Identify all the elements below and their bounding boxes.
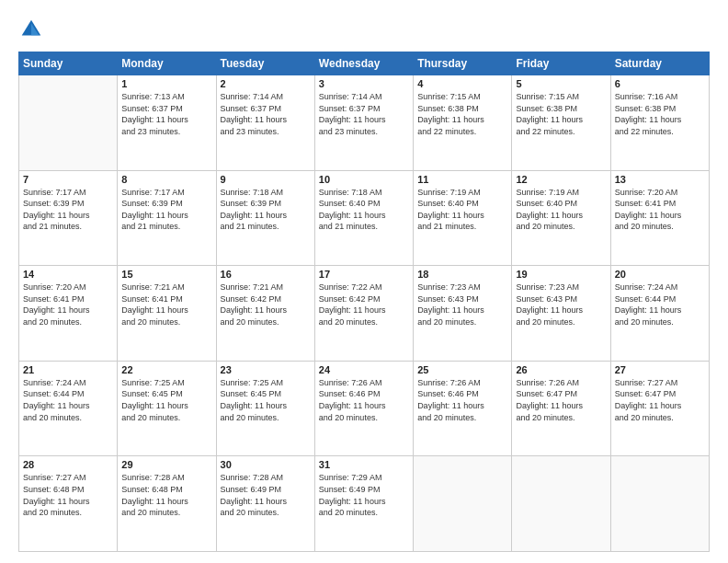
calendar-cell: 29Sunrise: 7:28 AM Sunset: 6:48 PM Dayli… xyxy=(118,456,216,552)
day-number: 14 xyxy=(23,269,113,280)
calendar-cell: 14Sunrise: 7:20 AM Sunset: 6:41 PM Dayli… xyxy=(19,266,118,362)
calendar-cell xyxy=(414,456,512,552)
week-row-1: 1Sunrise: 7:13 AM Sunset: 6:37 PM Daylig… xyxy=(19,75,710,171)
calendar-cell xyxy=(512,456,610,552)
day-info: Sunrise: 7:17 AM Sunset: 6:39 PM Dayligh… xyxy=(121,187,211,233)
calendar-cell: 18Sunrise: 7:23 AM Sunset: 6:43 PM Dayli… xyxy=(414,266,512,362)
day-number: 19 xyxy=(516,269,606,280)
day-number: 11 xyxy=(417,174,507,185)
day-info: Sunrise: 7:28 AM Sunset: 6:49 PM Dayligh… xyxy=(221,472,311,518)
calendar-cell: 23Sunrise: 7:25 AM Sunset: 6:45 PM Dayli… xyxy=(216,361,314,456)
col-header-monday: Monday xyxy=(118,52,216,75)
day-number: 6 xyxy=(615,78,705,89)
week-row-2: 7Sunrise: 7:17 AM Sunset: 6:39 PM Daylig… xyxy=(19,170,710,266)
calendar-cell: 7Sunrise: 7:17 AM Sunset: 6:39 PM Daylig… xyxy=(19,170,118,266)
day-info: Sunrise: 7:22 AM Sunset: 6:42 PM Dayligh… xyxy=(319,282,409,327)
day-info: Sunrise: 7:15 AM Sunset: 6:38 PM Dayligh… xyxy=(516,91,606,137)
day-info: Sunrise: 7:19 AM Sunset: 6:40 PM Dayligh… xyxy=(516,187,606,233)
day-number: 15 xyxy=(121,269,211,280)
day-number: 9 xyxy=(221,174,311,185)
day-info: Sunrise: 7:14 AM Sunset: 6:37 PM Dayligh… xyxy=(221,91,311,137)
col-header-friday: Friday xyxy=(512,52,610,75)
calendar-cell: 28Sunrise: 7:27 AM Sunset: 6:48 PM Dayli… xyxy=(19,456,118,552)
day-info: Sunrise: 7:20 AM Sunset: 6:41 PM Dayligh… xyxy=(615,187,705,233)
col-header-saturday: Saturday xyxy=(610,52,709,75)
logo-icon xyxy=(18,17,44,42)
calendar-cell: 30Sunrise: 7:28 AM Sunset: 6:49 PM Dayli… xyxy=(216,456,314,552)
calendar-table: SundayMondayTuesdayWednesdayThursdayFrid… xyxy=(18,52,710,552)
calendar-cell: 17Sunrise: 7:22 AM Sunset: 6:42 PM Dayli… xyxy=(314,266,413,362)
col-header-sunday: Sunday xyxy=(19,52,118,75)
calendar-cell xyxy=(19,75,118,171)
calendar-cell: 3Sunrise: 7:14 AM Sunset: 6:37 PM Daylig… xyxy=(314,75,413,171)
day-number: 16 xyxy=(221,269,311,280)
day-number: 13 xyxy=(615,174,705,185)
day-info: Sunrise: 7:24 AM Sunset: 6:44 PM Dayligh… xyxy=(615,282,705,327)
day-info: Sunrise: 7:23 AM Sunset: 6:43 PM Dayligh… xyxy=(417,282,507,327)
calendar-cell: 27Sunrise: 7:27 AM Sunset: 6:47 PM Dayli… xyxy=(610,361,709,456)
calendar-cell: 22Sunrise: 7:25 AM Sunset: 6:45 PM Dayli… xyxy=(118,361,216,456)
day-info: Sunrise: 7:28 AM Sunset: 6:48 PM Dayligh… xyxy=(121,472,211,518)
day-number: 17 xyxy=(319,269,409,280)
day-info: Sunrise: 7:27 AM Sunset: 6:48 PM Dayligh… xyxy=(23,472,113,518)
day-number: 10 xyxy=(319,174,409,185)
calendar-cell: 26Sunrise: 7:26 AM Sunset: 6:47 PM Dayli… xyxy=(512,361,610,456)
day-info: Sunrise: 7:27 AM Sunset: 6:47 PM Dayligh… xyxy=(615,377,705,423)
day-number: 22 xyxy=(121,364,211,375)
calendar-cell: 19Sunrise: 7:23 AM Sunset: 6:43 PM Dayli… xyxy=(512,266,610,362)
day-number: 29 xyxy=(121,459,211,470)
day-number: 7 xyxy=(23,174,113,185)
day-number: 20 xyxy=(615,269,705,280)
day-number: 18 xyxy=(417,269,507,280)
calendar-cell: 1Sunrise: 7:13 AM Sunset: 6:37 PM Daylig… xyxy=(118,75,216,171)
day-info: Sunrise: 7:26 AM Sunset: 6:46 PM Dayligh… xyxy=(319,377,409,423)
day-info: Sunrise: 7:25 AM Sunset: 6:45 PM Dayligh… xyxy=(121,377,211,423)
day-info: Sunrise: 7:14 AM Sunset: 6:37 PM Dayligh… xyxy=(319,91,409,137)
calendar-cell: 4Sunrise: 7:15 AM Sunset: 6:38 PM Daylig… xyxy=(414,75,512,171)
calendar-cell: 10Sunrise: 7:18 AM Sunset: 6:40 PM Dayli… xyxy=(314,170,413,266)
calendar-cell: 15Sunrise: 7:21 AM Sunset: 6:41 PM Dayli… xyxy=(118,266,216,362)
calendar-cell: 13Sunrise: 7:20 AM Sunset: 6:41 PM Dayli… xyxy=(610,170,709,266)
day-number: 5 xyxy=(516,78,606,89)
calendar-cell: 6Sunrise: 7:16 AM Sunset: 6:38 PM Daylig… xyxy=(610,75,709,171)
week-row-5: 28Sunrise: 7:27 AM Sunset: 6:48 PM Dayli… xyxy=(19,456,710,552)
day-info: Sunrise: 7:17 AM Sunset: 6:39 PM Dayligh… xyxy=(23,187,113,233)
day-number: 31 xyxy=(319,459,409,470)
day-number: 24 xyxy=(319,364,409,375)
day-info: Sunrise: 7:21 AM Sunset: 6:41 PM Dayligh… xyxy=(121,282,211,327)
calendar-cell: 16Sunrise: 7:21 AM Sunset: 6:42 PM Dayli… xyxy=(216,266,314,362)
day-number: 25 xyxy=(417,364,507,375)
day-number: 4 xyxy=(417,78,507,89)
day-info: Sunrise: 7:20 AM Sunset: 6:41 PM Dayligh… xyxy=(23,282,113,327)
day-number: 30 xyxy=(221,459,311,470)
header xyxy=(18,17,710,42)
calendar-cell: 9Sunrise: 7:18 AM Sunset: 6:39 PM Daylig… xyxy=(216,170,314,266)
day-info: Sunrise: 7:15 AM Sunset: 6:38 PM Dayligh… xyxy=(417,91,507,137)
day-number: 2 xyxy=(221,78,311,89)
col-header-thursday: Thursday xyxy=(414,52,512,75)
day-info: Sunrise: 7:26 AM Sunset: 6:47 PM Dayligh… xyxy=(516,377,606,423)
day-info: Sunrise: 7:16 AM Sunset: 6:38 PM Dayligh… xyxy=(615,91,705,137)
day-info: Sunrise: 7:13 AM Sunset: 6:37 PM Dayligh… xyxy=(121,91,211,137)
calendar-cell: 2Sunrise: 7:14 AM Sunset: 6:37 PM Daylig… xyxy=(216,75,314,171)
col-header-wednesday: Wednesday xyxy=(314,52,413,75)
day-info: Sunrise: 7:21 AM Sunset: 6:42 PM Dayligh… xyxy=(221,282,311,327)
day-info: Sunrise: 7:23 AM Sunset: 6:43 PM Dayligh… xyxy=(516,282,606,327)
calendar-cell: 24Sunrise: 7:26 AM Sunset: 6:46 PM Dayli… xyxy=(314,361,413,456)
day-number: 21 xyxy=(23,364,113,375)
day-number: 12 xyxy=(516,174,606,185)
page: SundayMondayTuesdayWednesdayThursdayFrid… xyxy=(0,0,728,563)
day-number: 28 xyxy=(23,459,113,470)
day-info: Sunrise: 7:18 AM Sunset: 6:40 PM Dayligh… xyxy=(319,187,409,233)
day-number: 3 xyxy=(319,78,409,89)
calendar-cell: 25Sunrise: 7:26 AM Sunset: 6:46 PM Dayli… xyxy=(414,361,512,456)
calendar-cell: 5Sunrise: 7:15 AM Sunset: 6:38 PM Daylig… xyxy=(512,75,610,171)
day-number: 1 xyxy=(121,78,211,89)
calendar-cell: 11Sunrise: 7:19 AM Sunset: 6:40 PM Dayli… xyxy=(414,170,512,266)
calendar-cell: 12Sunrise: 7:19 AM Sunset: 6:40 PM Dayli… xyxy=(512,170,610,266)
calendar-cell: 21Sunrise: 7:24 AM Sunset: 6:44 PM Dayli… xyxy=(19,361,118,456)
day-number: 23 xyxy=(221,364,311,375)
day-info: Sunrise: 7:25 AM Sunset: 6:45 PM Dayligh… xyxy=(221,377,311,423)
calendar-cell xyxy=(610,456,709,552)
day-number: 26 xyxy=(516,364,606,375)
